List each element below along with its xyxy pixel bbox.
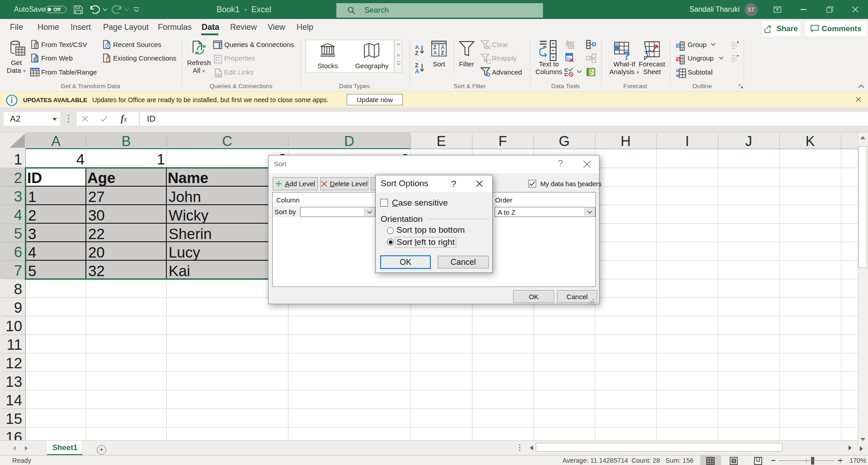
svg-text:Z: Z <box>415 50 418 56</box>
svg-text:Z: Z <box>441 50 444 56</box>
svg-text:A: A <box>433 50 437 56</box>
svg-text:A: A <box>415 68 419 74</box>
svg-text:?: ? <box>623 49 630 60</box>
svg-text:J: J <box>590 72 592 76</box>
